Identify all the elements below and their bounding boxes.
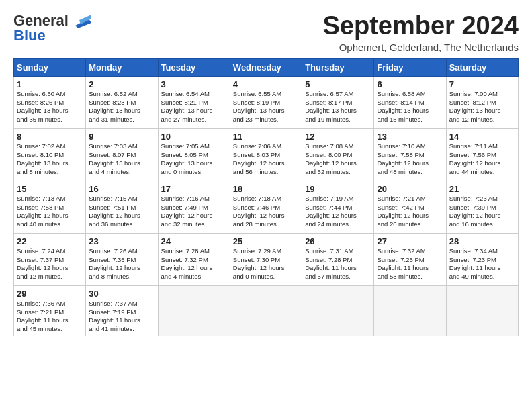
- day-number: 18: [233, 184, 299, 194]
- day-info: Sunrise: 7:10 AM Sunset: 7:58 PM Dayligh…: [377, 142, 443, 177]
- day-number: 5: [305, 79, 371, 89]
- table-row: 19Sunrise: 7:19 AM Sunset: 7:44 PM Dayli…: [302, 181, 374, 233]
- day-number: 14: [449, 132, 515, 142]
- day-info: Sunrise: 7:08 AM Sunset: 8:00 PM Dayligh…: [305, 142, 371, 177]
- day-number: 10: [161, 132, 227, 142]
- day-info: Sunrise: 7:18 AM Sunset: 7:46 PM Dayligh…: [233, 195, 299, 229]
- table-row: 11Sunrise: 7:06 AM Sunset: 8:03 PM Dayli…: [230, 128, 302, 181]
- day-info: Sunrise: 7:32 AM Sunset: 7:25 PM Dayligh…: [377, 247, 443, 281]
- day-number: 29: [17, 289, 83, 299]
- day-info: Sunrise: 7:13 AM Sunset: 7:53 PM Dayligh…: [17, 195, 83, 229]
- day-info: Sunrise: 7:34 AM Sunset: 7:23 PM Dayligh…: [449, 247, 515, 281]
- calendar-table: Sunday Monday Tuesday Wednesday Thursday…: [13, 58, 519, 336]
- day-number: 24: [161, 236, 227, 246]
- day-info: Sunrise: 7:24 AM Sunset: 7:37 PM Dayligh…: [17, 247, 83, 281]
- day-number: 30: [89, 289, 154, 299]
- table-row: 30Sunrise: 7:37 AM Sunset: 7:19 PM Dayli…: [86, 285, 158, 336]
- day-number: 9: [89, 132, 154, 142]
- table-row: 2Sunrise: 6:52 AM Sunset: 8:23 PM Daylig…: [86, 76, 158, 128]
- day-info: Sunrise: 7:02 AM Sunset: 8:10 PM Dayligh…: [17, 142, 83, 177]
- day-info: Sunrise: 7:23 AM Sunset: 7:39 PM Dayligh…: [449, 195, 515, 229]
- day-info: Sunrise: 7:15 AM Sunset: 7:51 PM Dayligh…: [89, 195, 154, 229]
- table-row: 10Sunrise: 7:05 AM Sunset: 8:05 PM Dayli…: [158, 128, 230, 181]
- day-info: Sunrise: 7:28 AM Sunset: 7:32 PM Dayligh…: [161, 247, 227, 281]
- table-row: 20Sunrise: 7:21 AM Sunset: 7:42 PM Dayli…: [374, 181, 446, 233]
- day-number: 3: [161, 79, 227, 89]
- day-info: Sunrise: 7:03 AM Sunset: 8:07 PM Dayligh…: [89, 142, 154, 177]
- header-saturday: Saturday: [446, 58, 518, 76]
- logo-blue: Blue: [13, 27, 46, 44]
- table-row: 17Sunrise: 7:16 AM Sunset: 7:49 PM Dayli…: [158, 181, 230, 233]
- table-row: 14Sunrise: 7:11 AM Sunset: 7:56 PM Dayli…: [446, 128, 518, 181]
- table-row: 28Sunrise: 7:34 AM Sunset: 7:23 PM Dayli…: [446, 233, 518, 285]
- table-row: 1Sunrise: 6:50 AM Sunset: 8:26 PM Daylig…: [14, 76, 86, 128]
- table-row: [374, 285, 446, 336]
- day-number: 16: [89, 184, 154, 194]
- title-area: September 2024 Ophemert, Gelderland, The…: [323, 12, 519, 53]
- header-tuesday: Tuesday: [158, 58, 230, 76]
- day-info: Sunrise: 7:26 AM Sunset: 7:35 PM Dayligh…: [89, 247, 154, 281]
- day-info: Sunrise: 7:19 AM Sunset: 7:44 PM Dayligh…: [305, 195, 371, 229]
- day-number: 27: [377, 236, 443, 246]
- table-row: 3Sunrise: 6:54 AM Sunset: 8:21 PM Daylig…: [158, 76, 230, 128]
- day-info: Sunrise: 7:21 AM Sunset: 7:42 PM Dayligh…: [377, 195, 443, 229]
- table-row: [158, 285, 230, 336]
- day-number: 25: [233, 236, 299, 246]
- day-number: 2: [89, 79, 154, 89]
- day-number: 17: [161, 184, 227, 194]
- day-number: 28: [449, 236, 515, 246]
- day-info: Sunrise: 6:50 AM Sunset: 8:26 PM Dayligh…: [17, 90, 83, 124]
- day-info: Sunrise: 7:37 AM Sunset: 7:19 PM Dayligh…: [89, 300, 154, 334]
- day-info: Sunrise: 7:05 AM Sunset: 8:05 PM Dayligh…: [161, 142, 227, 177]
- day-number: 11: [233, 132, 299, 142]
- day-number: 6: [377, 79, 443, 89]
- table-row: [446, 285, 518, 336]
- day-info: Sunrise: 6:58 AM Sunset: 8:14 PM Dayligh…: [377, 90, 443, 124]
- page: General Blue September 2024 Ophemert, Ge…: [0, 0, 532, 343]
- day-info: Sunrise: 7:31 AM Sunset: 7:28 PM Dayligh…: [305, 247, 371, 281]
- table-row: 27Sunrise: 7:32 AM Sunset: 7:25 PM Dayli…: [374, 233, 446, 285]
- table-row: 22Sunrise: 7:24 AM Sunset: 7:37 PM Dayli…: [14, 233, 86, 285]
- day-number: 8: [17, 132, 83, 142]
- day-info: Sunrise: 7:00 AM Sunset: 8:12 PM Dayligh…: [449, 90, 515, 124]
- day-number: 7: [449, 79, 515, 89]
- location: Ophemert, Gelderland, The Netherlands: [323, 42, 519, 53]
- table-row: 9Sunrise: 7:03 AM Sunset: 8:07 PM Daylig…: [86, 128, 158, 181]
- day-number: 15: [17, 184, 83, 194]
- table-row: 25Sunrise: 7:29 AM Sunset: 7:30 PM Dayli…: [230, 233, 302, 285]
- table-row: 7Sunrise: 7:00 AM Sunset: 8:12 PM Daylig…: [446, 76, 518, 128]
- day-number: 19: [305, 184, 371, 194]
- day-info: Sunrise: 7:16 AM Sunset: 7:49 PM Dayligh…: [161, 195, 227, 229]
- day-info: Sunrise: 7:36 AM Sunset: 7:21 PM Dayligh…: [17, 300, 83, 334]
- table-row: 29Sunrise: 7:36 AM Sunset: 7:21 PM Dayli…: [14, 285, 86, 336]
- day-info: Sunrise: 7:29 AM Sunset: 7:30 PM Dayligh…: [233, 247, 299, 281]
- day-info: Sunrise: 6:57 AM Sunset: 8:17 PM Dayligh…: [305, 90, 371, 124]
- day-number: 12: [305, 132, 371, 142]
- header: General Blue September 2024 Ophemert, Ge…: [13, 12, 519, 53]
- header-monday: Monday: [86, 58, 158, 76]
- month-title: September 2024: [323, 12, 519, 40]
- table-row: 13Sunrise: 7:10 AM Sunset: 7:58 PM Dayli…: [374, 128, 446, 181]
- day-number: 4: [233, 79, 299, 89]
- table-row: 23Sunrise: 7:26 AM Sunset: 7:35 PM Dayli…: [86, 233, 158, 285]
- header-sunday: Sunday: [14, 58, 86, 76]
- header-wednesday: Wednesday: [230, 58, 302, 76]
- table-row: 4Sunrise: 6:55 AM Sunset: 8:19 PM Daylig…: [230, 76, 302, 128]
- logo-icon: [70, 13, 91, 28]
- day-info: Sunrise: 6:52 AM Sunset: 8:23 PM Dayligh…: [89, 90, 154, 124]
- calendar-header-row: Sunday Monday Tuesday Wednesday Thursday…: [14, 58, 519, 76]
- table-row: 21Sunrise: 7:23 AM Sunset: 7:39 PM Dayli…: [446, 181, 518, 233]
- day-info: Sunrise: 7:06 AM Sunset: 8:03 PM Dayligh…: [233, 142, 299, 177]
- table-row: 8Sunrise: 7:02 AM Sunset: 8:10 PM Daylig…: [14, 128, 86, 181]
- day-info: Sunrise: 6:54 AM Sunset: 8:21 PM Dayligh…: [161, 90, 227, 124]
- table-row: 12Sunrise: 7:08 AM Sunset: 8:00 PM Dayli…: [302, 128, 374, 181]
- table-row: 16Sunrise: 7:15 AM Sunset: 7:51 PM Dayli…: [86, 181, 158, 233]
- day-number: 21: [449, 184, 515, 194]
- header-thursday: Thursday: [302, 58, 374, 76]
- logo: General Blue: [13, 12, 91, 44]
- day-number: 1: [17, 79, 83, 89]
- day-number: 13: [377, 132, 443, 142]
- table-row: 18Sunrise: 7:18 AM Sunset: 7:46 PM Dayli…: [230, 181, 302, 233]
- header-friday: Friday: [374, 58, 446, 76]
- table-row: 15Sunrise: 7:13 AM Sunset: 7:53 PM Dayli…: [14, 181, 86, 233]
